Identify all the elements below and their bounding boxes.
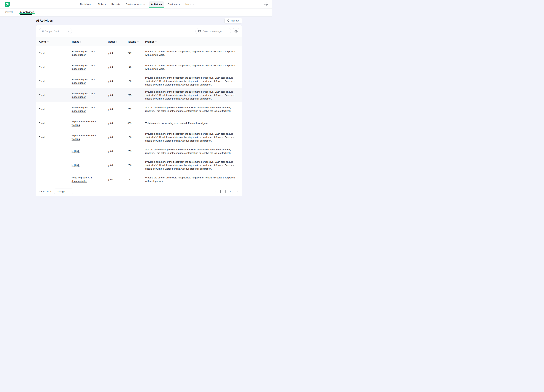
chevron-down-icon bbox=[67, 30, 69, 32]
column-header-tokens[interactable]: Tokens bbox=[127, 37, 145, 46]
ticket-link[interactable]: kbljblkjb bbox=[71, 164, 80, 167]
model-cell: gpt-4 bbox=[108, 121, 127, 125]
agent-cell: Rasel bbox=[39, 136, 71, 139]
nav-more-label: More bbox=[185, 3, 191, 6]
column-label: Model bbox=[108, 40, 115, 43]
tokens-cell: 247 bbox=[127, 52, 145, 55]
prompt-cell: What is the tone of this ticket? Is it p… bbox=[145, 50, 239, 57]
chevron-down-icon bbox=[192, 3, 194, 5]
table-settings-button[interactable] bbox=[233, 28, 239, 35]
app-logo[interactable] bbox=[5, 2, 10, 7]
filter-right-group: Select date range bbox=[195, 28, 239, 35]
ticket-cell: Feature request: Dark mode support bbox=[71, 64, 108, 71]
sort-icon[interactable] bbox=[80, 41, 81, 43]
table-body: Rasel Feature request: Dark mode support… bbox=[36, 46, 242, 186]
nav-item-activities[interactable]: Activities bbox=[149, 1, 164, 7]
sort-icon[interactable] bbox=[137, 41, 139, 43]
chevron-down-icon bbox=[69, 190, 71, 192]
filter-row: All Support Staff Select date range bbox=[36, 25, 242, 37]
ticket-link[interactable]: Export functionality not working bbox=[71, 134, 96, 140]
page-info: Page 1 of 2 bbox=[39, 190, 51, 193]
ai-activities-card: All Support Staff Select date range bbox=[36, 25, 242, 196]
ticket-cell: Feature request: Dark mode support bbox=[71, 106, 108, 113]
table-row: Rasel Feature request: Dark mode support… bbox=[36, 74, 242, 88]
pagination: 1 2 bbox=[214, 189, 239, 194]
ticket-cell: Export functionality not working bbox=[71, 134, 108, 141]
nav-item-customers[interactable]: Customers bbox=[166, 1, 182, 7]
nav-item-business-inboxes[interactable]: Business Inboxes bbox=[124, 1, 148, 7]
model-cell: gpt-4 bbox=[108, 80, 127, 83]
ticket-link[interactable]: Feature request: Dark mode support bbox=[71, 50, 95, 56]
support-staff-select[interactable]: All Support Staff bbox=[39, 28, 72, 35]
column-header-agent[interactable]: Agent bbox=[39, 37, 71, 46]
column-label: Ticket bbox=[71, 40, 79, 43]
column-header-prompt[interactable]: Prompt bbox=[145, 37, 239, 46]
page-button-2[interactable]: 2 bbox=[228, 189, 233, 194]
tokens-cell: 225 bbox=[127, 93, 145, 97]
table-row: Rasel Export functionality not working g… bbox=[36, 130, 242, 144]
date-range-picker[interactable]: Select date range bbox=[195, 28, 231, 35]
agent-cell: Rasel bbox=[39, 121, 71, 125]
model-cell: gpt-4 bbox=[108, 65, 127, 69]
table-row: Rasel Feature request: Dark mode support… bbox=[36, 88, 242, 102]
ticket-link[interactable]: Feature request: Dark mode support bbox=[71, 78, 95, 84]
tokens-cell: 190 bbox=[127, 80, 145, 83]
logo-stripe bbox=[6, 4, 9, 6]
column-label: Tokens bbox=[127, 40, 136, 43]
nav-item-dashboard[interactable]: Dashboard bbox=[78, 1, 95, 7]
model-cell: gpt-4 bbox=[108, 178, 127, 181]
tokens-cell: 186 bbox=[127, 136, 145, 139]
previous-page-button[interactable] bbox=[214, 189, 218, 194]
model-cell: gpt-4 bbox=[108, 150, 127, 153]
ticket-link[interactable]: Feature request: Dark mode support bbox=[71, 64, 95, 70]
table-footer: Page 1 of 2 10/page 1 2 bbox=[36, 186, 242, 196]
model-cell: gpt-4 bbox=[108, 93, 127, 97]
global-settings-button[interactable] bbox=[264, 2, 268, 6]
per-page-select[interactable]: 10/page bbox=[54, 189, 73, 194]
model-cell: gpt-4 bbox=[108, 164, 127, 167]
ticket-link[interactable]: Feature request: Dark mode support bbox=[71, 92, 95, 98]
tokens-cell: 140 bbox=[127, 65, 145, 69]
tab-ai-activities[interactable]: AI Activities bbox=[20, 11, 34, 15]
tokens-cell: 269 bbox=[127, 108, 145, 111]
table-row: Need help with API documentation gpt-4 1… bbox=[36, 173, 242, 186]
model-cell: gpt-4 bbox=[108, 108, 127, 111]
table-row: Rasel Feature request: Dark mode support… bbox=[36, 102, 242, 116]
ticket-link[interactable]: Feature request: Dark mode support bbox=[71, 106, 95, 112]
ticket-cell: Feature request: Dark mode support bbox=[71, 92, 108, 99]
prompt-cell: Ask the customer to provide additional d… bbox=[145, 106, 239, 113]
column-header-model[interactable]: Model bbox=[108, 37, 127, 46]
sort-icon[interactable] bbox=[116, 41, 117, 43]
prompt-cell: Provide a summary of the ticket from the… bbox=[145, 160, 239, 170]
page-button-1[interactable]: 1 bbox=[220, 189, 225, 194]
table-header: Agent Ticket Model Tokens Prompt bbox=[36, 37, 242, 46]
table-row: kbljblkjb gpt-4 263 Ask the customer to … bbox=[36, 144, 242, 158]
prompt-cell: What is the tone of this ticket? Is it p… bbox=[145, 64, 239, 71]
ticket-link[interactable]: kbljblkjb bbox=[71, 150, 80, 153]
tab-overall[interactable]: Overall bbox=[5, 11, 13, 15]
ticket-cell: Feature request: Dark mode support bbox=[71, 50, 108, 57]
refresh-button[interactable]: Refresh bbox=[225, 18, 242, 23]
refresh-label: Refresh bbox=[231, 19, 239, 22]
support-staff-placeholder: All Support Staff bbox=[41, 30, 59, 33]
table-row: kbljblkjb gpt-4 256 Provide a summary of… bbox=[36, 158, 242, 173]
prompt-cell: Provide a summary of the ticket from the… bbox=[145, 132, 239, 142]
table-row: Rasel Export functionality not working g… bbox=[36, 116, 242, 130]
nav-item-more[interactable]: More bbox=[183, 1, 196, 7]
agent-cell: Rasel bbox=[39, 80, 71, 83]
nav-item-reports[interactable]: Reports bbox=[109, 1, 123, 7]
gear-icon bbox=[235, 30, 237, 33]
per-page-value: 10/page bbox=[56, 190, 65, 193]
tokens-cell: 122 bbox=[127, 178, 145, 181]
model-cell: gpt-4 bbox=[108, 52, 127, 55]
content-area: AI Activities Refresh All Support Staff bbox=[36, 17, 242, 196]
sort-icon[interactable] bbox=[155, 41, 157, 43]
column-header-ticket[interactable]: Ticket bbox=[71, 37, 108, 46]
ticket-link[interactable]: Need help with API documentation bbox=[71, 176, 92, 182]
table-row: Rasel Feature request: Dark mode support… bbox=[36, 46, 242, 60]
ticket-link[interactable]: Export functionality not working bbox=[71, 120, 96, 126]
next-page-button[interactable] bbox=[235, 189, 239, 194]
sort-icon[interactable] bbox=[47, 41, 49, 43]
nav-item-tickets[interactable]: Tickets bbox=[96, 1, 108, 7]
ticket-cell: Export functionality not working bbox=[71, 120, 108, 127]
